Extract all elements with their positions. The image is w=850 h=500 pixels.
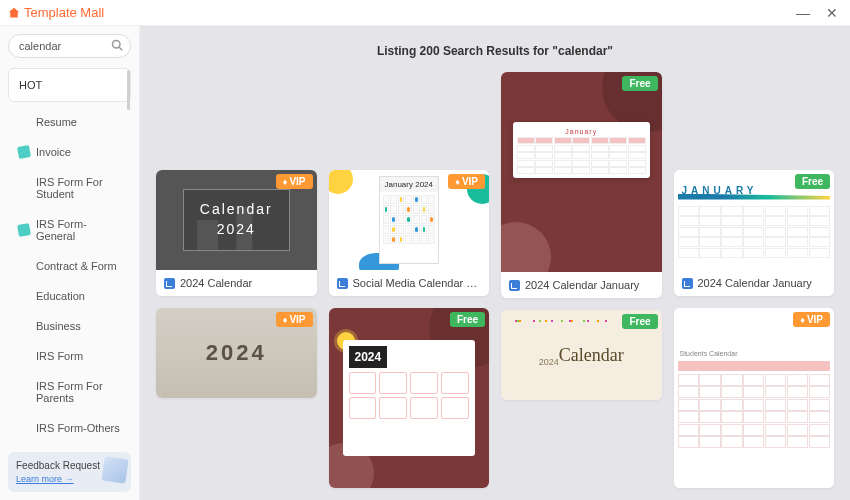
free-badge: Free	[795, 174, 830, 189]
template-card[interactable]: VIP Students Calendar	[674, 308, 835, 488]
category-resume[interactable]: Resume	[8, 108, 131, 136]
thumbnail: 2024	[329, 308, 490, 488]
template-card[interactable]: VIP January 2024 Social Media Calendar 2…	[329, 170, 490, 296]
category-business[interactable]: Business	[8, 312, 131, 340]
results-grid: VIP Calendar2024 2024 Calendar VIP 2024 …	[140, 72, 850, 500]
category-hot[interactable]: HOT	[8, 68, 131, 102]
titlebar: Template Mall — ✕	[0, 0, 850, 26]
free-badge: Free	[622, 76, 657, 91]
app-logo: Template Mall	[8, 5, 104, 20]
card-caption: 2024 Calendar January	[501, 272, 662, 298]
sidebar: HOT Resume Invoice IRS Form For Student …	[0, 26, 140, 500]
thumbnail: January	[501, 72, 662, 272]
file-icon	[682, 278, 693, 289]
file-icon	[337, 278, 348, 289]
template-card[interactable]: Free 2024 Calendar	[501, 310, 662, 400]
app-title: Template Mall	[24, 5, 104, 20]
template-card[interactable]: Free JANUARY 2024 Calendar January	[674, 170, 835, 296]
free-badge: Free	[622, 314, 657, 329]
pin-icon	[17, 145, 31, 159]
category-irs-parents[interactable]: IRS Form For Parents	[8, 372, 131, 412]
vip-badge: VIP	[276, 312, 313, 327]
feedback-icon	[101, 456, 128, 483]
category-irs-student[interactable]: IRS Form For Student	[8, 168, 131, 208]
search-box	[8, 34, 131, 58]
vip-badge: VIP	[448, 174, 485, 189]
template-card[interactable]: VIP 2024	[156, 308, 317, 398]
template-card[interactable]: VIP Calendar2024 2024 Calendar	[156, 170, 317, 296]
category-invoice[interactable]: Invoice	[8, 138, 131, 166]
svg-point-0	[113, 41, 121, 49]
file-icon	[509, 280, 520, 291]
card-caption: 2024 Calendar January	[674, 270, 835, 296]
close-button[interactable]: ✕	[822, 5, 842, 21]
feedback-banner[interactable]: Feedback Request Learn more	[8, 452, 131, 492]
file-icon	[164, 278, 175, 289]
pin-icon	[17, 223, 31, 237]
free-badge: Free	[450, 312, 485, 327]
category-contract[interactable]: Contract & Form	[8, 252, 131, 280]
category-list: HOT Resume Invoice IRS Form For Student …	[8, 68, 131, 446]
vip-badge: VIP	[793, 312, 830, 327]
vip-badge: VIP	[276, 174, 313, 189]
category-irs-general[interactable]: IRS Form-General	[8, 210, 131, 250]
card-caption: Social Media Calendar 202...	[329, 270, 490, 296]
template-card[interactable]: Free January 2024 Calendar January	[501, 72, 662, 298]
category-education[interactable]: Education	[8, 282, 131, 310]
minimize-button[interactable]: —	[792, 5, 814, 21]
card-caption: 2024 Calendar	[156, 270, 317, 296]
category-irs-others[interactable]: IRS Form-Others	[8, 414, 131, 442]
home-icon	[8, 7, 20, 19]
category-irs-form[interactable]: IRS Form	[8, 342, 131, 370]
main-content: Listing 200 Search Results for "calendar…	[140, 26, 850, 500]
results-heading: Listing 200 Search Results for "calendar…	[140, 26, 850, 72]
template-card[interactable]: Free 2024	[329, 308, 490, 488]
svg-line-1	[119, 47, 122, 50]
search-icon[interactable]	[111, 37, 123, 55]
thumbnail: Students Calendar	[674, 308, 835, 488]
